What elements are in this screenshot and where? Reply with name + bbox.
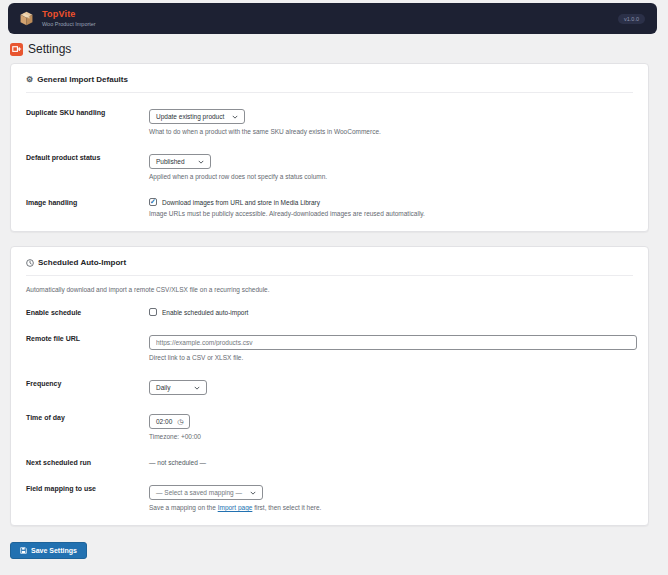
time-input[interactable]: 02:00 ◷ <box>149 414 190 429</box>
default-status-help: Applied when a product row does not spec… <box>149 173 633 180</box>
field-mapping-row: Field mapping to use — Select a saved ma… <box>26 481 633 511</box>
schedule-description: Automatically download and import a remo… <box>26 286 633 293</box>
save-settings-button[interactable]: Save Settings <box>10 542 87 559</box>
enable-schedule-checkbox-label: Enable scheduled auto-import <box>162 309 248 316</box>
next-run-value: — not scheduled — <box>149 455 633 466</box>
duplicate-sku-row: Duplicate SKU handling Update existing p… <box>26 105 633 135</box>
gear-icon: ⚙ <box>26 76 33 84</box>
clock-icon: ◷ <box>177 418 183 425</box>
remote-url-label: Remote file URL <box>26 331 139 342</box>
image-handling-field: Download images from URL and store in Me… <box>149 195 633 217</box>
scheduled-auto-import-card: Scheduled Auto-Import Automatically down… <box>10 246 649 526</box>
brand-block: TopVite Woo Product Importer <box>42 9 96 27</box>
field-mapping-select[interactable]: — Select a saved mapping — <box>149 485 263 500</box>
save-settings-label: Save Settings <box>31 547 77 554</box>
duplicate-sku-label: Duplicate SKU handling <box>26 105 139 116</box>
duplicate-sku-select[interactable]: Update existing product <box>149 109 245 124</box>
package-icon <box>18 10 35 27</box>
time-of-day-label: Time of day <box>26 410 139 421</box>
remote-url-row: Remote file URL Direct link to a CSV or … <box>26 331 633 361</box>
field-mapping-help: Save a mapping on the Import page first,… <box>149 504 633 511</box>
clock-icon <box>26 259 34 267</box>
plugin-title: TopVite <box>42 9 96 20</box>
save-icon <box>20 547 27 554</box>
plugin-header-bar: TopVite Woo Product Importer v1.0.0 <box>8 3 657 34</box>
frequency-label: Frequency <box>26 376 139 387</box>
enable-schedule-checkbox[interactable] <box>149 308 157 316</box>
time-value: 02:00 <box>156 418 172 425</box>
default-status-field: Published Applied when a product row doe… <box>149 150 633 180</box>
frequency-row: Frequency Daily <box>26 376 633 395</box>
import-page-link[interactable]: Import page <box>218 504 253 511</box>
default-status-label: Default product status <box>26 150 139 161</box>
enable-schedule-label: Enable schedule <box>26 305 139 316</box>
chevron-down-icon <box>198 160 204 164</box>
enable-schedule-checkbox-line: Enable scheduled auto-import <box>149 305 633 316</box>
schedule-heading-label: Scheduled Auto-Import <box>38 258 126 267</box>
field-mapping-help-before: Save a mapping on the <box>149 504 218 511</box>
default-status-select[interactable]: Published <box>149 154 211 169</box>
default-status-selected-value: Published <box>156 158 185 165</box>
image-handling-row: Image handling Download images from URL … <box>26 195 633 217</box>
chevron-down-icon <box>232 115 238 119</box>
remote-url-help: Direct link to a CSV or XLSX file. <box>149 354 637 361</box>
chevron-down-icon <box>194 386 200 390</box>
image-handling-label: Image handling <box>26 195 139 206</box>
enable-schedule-row: Enable schedule Enable scheduled auto-im… <box>26 305 633 316</box>
version-badge: v1.0.0 <box>618 14 645 24</box>
duplicate-sku-selected-value: Update existing product <box>156 113 224 120</box>
duplicate-sku-help: What to do when a product with the same … <box>149 128 633 135</box>
general-import-defaults-card: ⚙ General Import Defaults Duplicate SKU … <box>10 63 649 232</box>
field-mapping-help-after: first, then select it here. <box>252 504 321 511</box>
remote-url-input[interactable] <box>149 335 637 350</box>
image-handling-help: Image URLs must be publicly accessible. … <box>149 210 633 217</box>
schedule-card-heading: Scheduled Auto-Import <box>26 258 633 276</box>
remote-url-field: Direct link to a CSV or XLSX file. <box>149 331 637 361</box>
frequency-selected-value: Daily <box>156 384 170 391</box>
page-title-row: Settings <box>10 42 668 56</box>
frequency-field: Daily <box>149 376 633 395</box>
frequency-select[interactable]: Daily <box>149 380 207 395</box>
plugin-page-icon <box>10 43 23 56</box>
chevron-down-icon <box>250 491 256 495</box>
duplicate-sku-field: Update existing product What to do when … <box>149 105 633 135</box>
image-handling-checkbox-line: Download images from URL and store in Me… <box>149 195 633 206</box>
page-title: Settings <box>28 42 71 56</box>
plugin-subtitle: Woo Product Importer <box>42 21 96 28</box>
next-run-label: Next scheduled run <box>26 455 139 466</box>
default-status-row: Default product status Published Applied… <box>26 150 633 180</box>
time-of-day-field: 02:00 ◷ Timezone: +00:00 <box>149 410 633 440</box>
download-images-checkbox[interactable] <box>149 198 157 206</box>
time-of-day-row: Time of day 02:00 ◷ Timezone: +00:00 <box>26 410 633 440</box>
field-mapping-label: Field mapping to use <box>26 481 139 492</box>
field-mapping-selected-value: — Select a saved mapping — <box>156 489 242 496</box>
next-run-row: Next scheduled run — not scheduled — <box>26 455 633 466</box>
general-card-heading: ⚙ General Import Defaults <box>26 75 633 93</box>
field-mapping-field: — Select a saved mapping — Save a mappin… <box>149 481 633 511</box>
timezone-help: Timezone: +00:00 <box>149 433 633 440</box>
download-images-checkbox-label: Download images from URL and store in Me… <box>162 199 320 206</box>
general-heading-label: General Import Defaults <box>37 75 128 84</box>
